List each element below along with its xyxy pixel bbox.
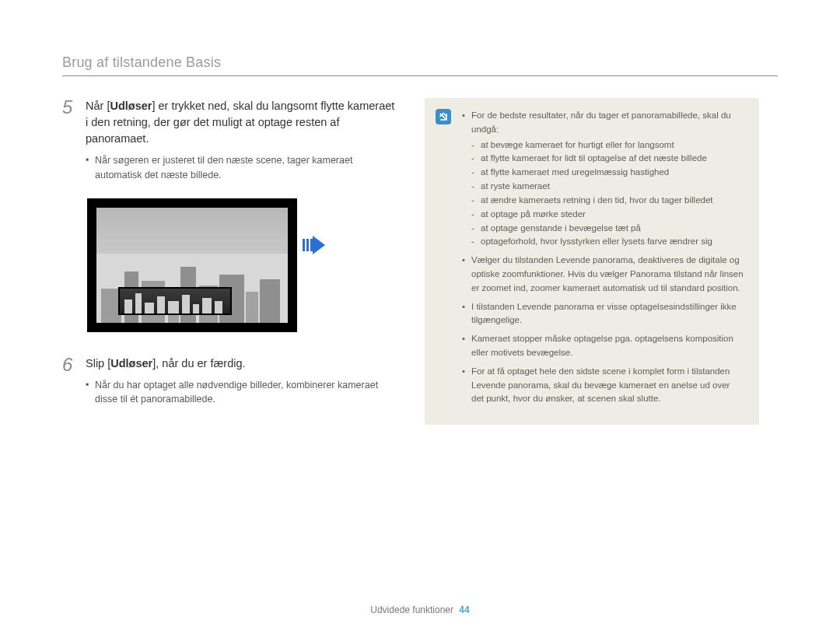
panorama-illustration <box>87 198 297 332</box>
info-intro: For de bedste resultater, når du tager e… <box>471 110 731 134</box>
info-box: For de bedste resultater, når du tager e… <box>425 98 759 425</box>
column-left: 5 Når [Udløser] er trykket ned, skal du … <box>62 98 397 418</box>
page-footer: Udvidede funktioner 44 <box>0 604 840 615</box>
step-5: 5 Når [Udløser] er trykket ned, skal du … <box>62 98 397 186</box>
column-right: For de bedste resultater, når du tager e… <box>425 98 759 425</box>
info-bullet: Vælger du tilstanden Levende panorama, d… <box>462 254 744 295</box>
info-dash: at flytte kameraet med uregelmæssig hast… <box>471 166 744 180</box>
info-intro-item: For de bedste resultater, når du tager e… <box>462 109 744 249</box>
footer-section: Udvidede funktioner <box>370 604 453 615</box>
page-title: Brug af tilstandene Basis <box>62 54 778 71</box>
info-bullet: Kameraet stopper måske optagelse pga. op… <box>462 332 744 360</box>
note-icon <box>436 109 451 124</box>
direction-arrow-icon <box>313 236 325 254</box>
info-dash: at optage på mørke steder <box>471 208 744 222</box>
info-dash: at optage genstande i bevægelse tæt på <box>471 222 744 236</box>
text: Slip [ <box>86 357 110 370</box>
footer-page-number: 44 <box>459 604 469 615</box>
content-columns: 5 Når [Udløser] er trykket ned, skal du … <box>62 98 778 425</box>
step-5-bullet: Når søgeren er justeret til den næste sc… <box>86 153 397 183</box>
info-bullet: I tilstanden Levende panorama er visse o… <box>462 300 744 328</box>
step-6-bullet: Når du har optaget alle nødvendige bille… <box>86 378 397 408</box>
bold-term: Udløser <box>110 357 152 370</box>
step-5-text: Når [Udløser] er trykket ned, skal du la… <box>86 98 397 147</box>
info-dash: at ryste kameraet <box>471 180 744 194</box>
step-6: 6 Slip [Udløser], når du er færdig. Når … <box>62 356 397 411</box>
info-dash: at bevæge kameraet for hurtigt eller for… <box>471 138 744 152</box>
info-dash: at ændre kameraets retning i den tid, hv… <box>471 194 744 208</box>
text: ], når du er færdig. <box>152 357 245 370</box>
header-rule <box>62 75 778 76</box>
text: Når [ <box>86 100 110 112</box>
info-dash: optageforhold, hvor lysstyrken eller lys… <box>471 235 744 249</box>
step-6-text: Slip [Udløser], når du er færdig. <box>86 356 397 372</box>
info-dash: at flytte kameraet for lidt til optagels… <box>471 152 744 166</box>
step-number: 5 <box>62 98 75 186</box>
info-bullet: For at få optaget hele den sidste scene … <box>462 365 744 406</box>
direction-arrow-tail <box>303 239 313 251</box>
step-number: 6 <box>62 356 75 411</box>
bold-term: Udløser <box>110 100 152 112</box>
